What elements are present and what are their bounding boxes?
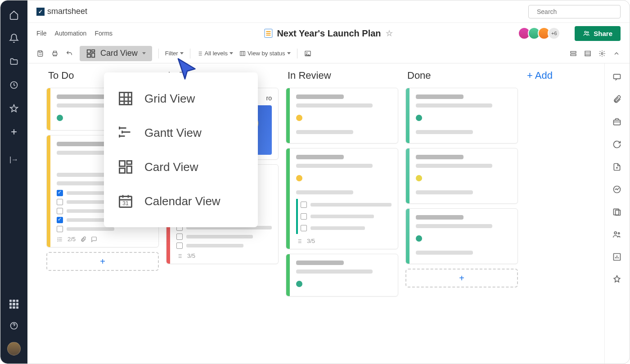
current-view-label: Card View: [100, 49, 138, 58]
view-label: Gantt View: [144, 126, 202, 140]
export-icon[interactable]: [612, 162, 622, 172]
briefcase-icon[interactable]: [612, 117, 622, 127]
view-option-gantt[interactable]: Gantt View: [104, 116, 258, 150]
view-selector[interactable]: Card View: [80, 46, 152, 61]
checklist-icon: [57, 236, 63, 243]
svg-point-22: [614, 232, 616, 234]
share-button[interactable]: Share: [575, 26, 621, 41]
card[interactable]: [405, 88, 518, 144]
right-rail: [604, 63, 630, 364]
svg-rect-25: [120, 93, 132, 105]
checklist-count: 3/5: [187, 252, 195, 259]
save-icon[interactable]: [36, 49, 45, 58]
undo-icon[interactable]: [65, 49, 73, 58]
columns-icon: [239, 50, 246, 57]
menu-forms[interactable]: Forms: [94, 30, 112, 37]
chart-icon[interactable]: [612, 252, 622, 262]
proof-icon[interactable]: [612, 207, 622, 217]
home-icon[interactable]: [9, 9, 19, 20]
view-option-grid[interactable]: Grid View: [104, 81, 258, 116]
brand-name: smartsheet: [47, 7, 87, 16]
search-box[interactable]: [528, 5, 621, 18]
pin-icon[interactable]: [612, 275, 622, 285]
help-icon[interactable]: [9, 320, 19, 331]
svg-rect-18: [613, 120, 620, 125]
view-dropdown: Grid View Gantt View Card View 31 Calend…: [104, 72, 258, 227]
recent-icon[interactable]: [9, 80, 19, 90]
refresh-icon[interactable]: [612, 140, 622, 150]
row-icon[interactable]: [584, 49, 592, 58]
people-icon[interactable]: [612, 230, 622, 240]
svg-rect-15: [585, 51, 590, 56]
svg-rect-13: [571, 51, 576, 53]
card[interactable]: 3/5: [286, 148, 398, 249]
cursor-pointer-icon: [174, 55, 201, 82]
svg-point-4: [587, 31, 589, 33]
svg-point-3: [585, 31, 586, 33]
svg-rect-7: [92, 49, 94, 52]
secondbar: File Automation Forms Next Year's Launch…: [27, 23, 630, 44]
print-icon[interactable]: [51, 49, 59, 58]
svg-rect-6: [87, 49, 90, 53]
attachments-icon[interactable]: [612, 95, 622, 105]
favorites-icon[interactable]: [9, 103, 19, 114]
view-label: Card View: [144, 160, 198, 174]
add-card-button[interactable]: +: [405, 269, 518, 288]
view-option-calendar[interactable]: 31 Calendar View: [104, 184, 258, 218]
card[interactable]: [286, 88, 398, 144]
svg-rect-28: [127, 166, 132, 173]
checklist-icon: [176, 253, 183, 259]
sheet-icon: [264, 29, 272, 38]
menu-automation[interactable]: Automation: [55, 30, 87, 37]
logo[interactable]: ✓ smartsheet: [36, 7, 87, 16]
view-label: Calendar View: [144, 194, 220, 208]
svg-rect-8: [92, 53, 94, 57]
share-label: Share: [594, 30, 612, 37]
gantt-icon: [117, 125, 134, 141]
people-icon: [583, 30, 590, 37]
search-input[interactable]: [537, 8, 616, 15]
image-icon[interactable]: [304, 49, 312, 58]
card[interactable]: [405, 148, 518, 204]
svg-rect-14: [571, 54, 576, 55]
menu-file[interactable]: File: [36, 30, 47, 37]
add-column[interactable]: + Add: [522, 70, 576, 364]
column-title: Done: [405, 70, 518, 81]
svg-rect-26: [120, 161, 125, 166]
topbar: ✓ smartsheet: [27, 0, 630, 23]
checklist-count: 3/5: [307, 238, 315, 244]
doc-title-text: Next Year's Launch Plan: [277, 28, 381, 39]
chevron-down-icon: [142, 52, 146, 54]
user-avatar[interactable]: [7, 342, 21, 355]
svg-rect-29: [120, 168, 125, 173]
card[interactable]: [405, 208, 518, 264]
compact-icon[interactable]: [569, 49, 577, 58]
expand-icon[interactable]: |→: [9, 154, 19, 165]
view-label: Grid View: [144, 92, 195, 106]
favorite-star-icon[interactable]: ☆: [386, 28, 393, 38]
chevron-up-icon[interactable]: [612, 49, 621, 58]
grid-icon: [117, 90, 134, 107]
add-icon[interactable]: [9, 126, 19, 137]
left-rail: |→: [0, 0, 27, 364]
svg-rect-9: [87, 54, 90, 57]
activity-icon[interactable]: [612, 185, 622, 195]
attachment-icon: [80, 236, 86, 243]
comments-icon[interactable]: [612, 72, 622, 82]
card-icon: [117, 159, 134, 175]
levels-button[interactable]: All levels: [197, 50, 233, 57]
calendar-icon: 31: [117, 193, 134, 209]
card[interactable]: [286, 254, 398, 297]
view-option-card[interactable]: Card View: [104, 150, 258, 184]
folder-icon[interactable]: [9, 56, 19, 67]
add-card-button[interactable]: +: [46, 252, 159, 271]
column-title: In Review: [286, 70, 398, 81]
viewby-button[interactable]: View by status: [239, 50, 291, 57]
gear-icon[interactable]: [598, 49, 606, 58]
collaborators: +6: [521, 27, 560, 40]
apps-icon[interactable]: [9, 299, 19, 310]
checklist-count: 2/5: [68, 236, 76, 243]
avatar-more[interactable]: +6: [548, 27, 560, 40]
doc-title: Next Year's Launch Plan ☆: [264, 28, 392, 39]
bell-icon[interactable]: [9, 33, 19, 44]
